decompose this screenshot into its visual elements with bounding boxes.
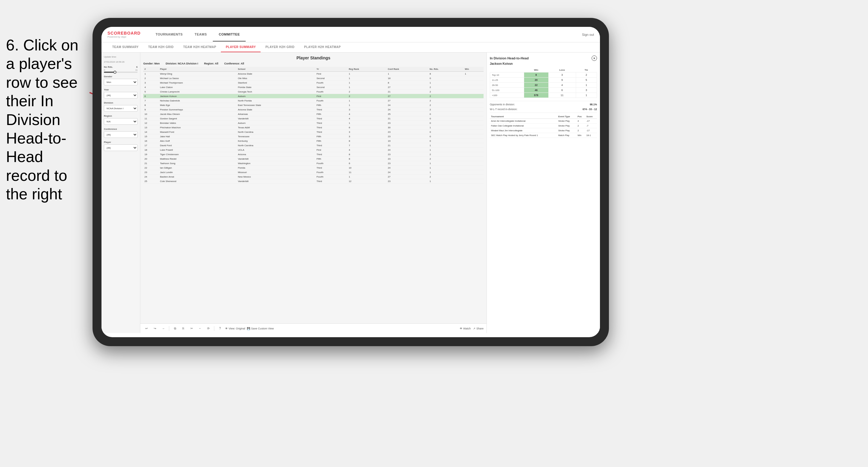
table-row[interactable]: 25Cole SherwoodVanderbiltThird12231 bbox=[143, 179, 484, 184]
table-row[interactable]: 19Tiger ChristensenArizonaThird8232 bbox=[143, 152, 484, 157]
year-section: Year (All) bbox=[104, 88, 137, 98]
h2h-breakdown-table: Win Loss Tie Top 1083211-25209526-502241… bbox=[490, 68, 597, 98]
gender-section: Gender Men bbox=[104, 75, 137, 85]
h2h-player-name: Jackson Koivun bbox=[490, 62, 597, 65]
tournament-header-row: Tournament Event Type Pos Score bbox=[490, 115, 597, 119]
table-row[interactable]: 9Preston SummerhaysArizona StateThird324… bbox=[143, 107, 484, 112]
col-num: # bbox=[143, 67, 159, 72]
region-select[interactable]: N/A bbox=[104, 118, 137, 125]
tourney-col-name: Tournament bbox=[490, 115, 557, 119]
app-header: SCOREBOARD Powered by clippi TOURNAMENTS… bbox=[101, 27, 600, 42]
delete-button[interactable]: − bbox=[197, 325, 203, 332]
table-row[interactable]: 5Christo LamprechtGeorgia TechFourth2212 bbox=[143, 90, 484, 94]
h2h-record-label: W-L-T record in-division: bbox=[490, 108, 517, 111]
table-row[interactable]: 10Jacob Mau OlesenArkansasFifth4250 bbox=[143, 112, 484, 116]
h2h-table-row: >100578111 bbox=[490, 93, 597, 98]
refresh-button[interactable]: ⟳ bbox=[205, 325, 212, 332]
conference-section: Conference (All) bbox=[104, 128, 137, 138]
gender-select[interactable]: Men bbox=[104, 79, 137, 85]
table-row[interactable]: 7Nicholas GabrelcikNorth FloridaFourth12… bbox=[143, 98, 484, 103]
col-player: Player bbox=[159, 67, 237, 72]
undo-button[interactable]: ↩ bbox=[143, 325, 150, 332]
nords-slider[interactable] bbox=[104, 72, 137, 73]
table-row[interactable]: 21Taehoon SongWashingtonFourth6231 bbox=[143, 161, 484, 166]
table-row[interactable]: 8Mats EgeEast Tennessee StateFifth1242 bbox=[143, 103, 484, 107]
table-row[interactable]: 2Michael La SassoOle MissSecond1180 bbox=[143, 76, 484, 81]
h2h-close-button[interactable]: × bbox=[592, 56, 597, 61]
tournament-row: SEC Match Play Hosted by Jerry Pate Roun… bbox=[490, 133, 597, 138]
table-row[interactable]: 17David FordNorth CarolinaThird7211 bbox=[143, 143, 484, 148]
share-button[interactable]: ↗ Share bbox=[473, 327, 484, 330]
table-row[interactable]: 15Jake HallTennesseeFifth3230 bbox=[143, 134, 484, 139]
table-row[interactable]: 11Gordon SargentVanderbiltThird4210 bbox=[143, 116, 484, 121]
redo-button[interactable]: ↪ bbox=[152, 325, 158, 332]
watch-button[interactable]: 👁 Watch bbox=[460, 327, 471, 330]
standings-title: Player Standings bbox=[143, 56, 484, 60]
h2h-table-row: Top 10832 bbox=[490, 72, 597, 77]
h2h-title: In Division Head-to-Head bbox=[490, 56, 529, 60]
bottom-toolbar: ↩ ↪ → ⧉ ⎘ ✂ − ⟳ ? 👁 View: Original bbox=[140, 323, 487, 333]
table-row[interactable]: 20Matthew RiedelVanderbiltFifth8232 bbox=[143, 157, 484, 161]
sub-tab-player-summary[interactable]: PLAYER SUMMARY bbox=[221, 42, 260, 52]
nords-label: No Rds. bbox=[104, 66, 113, 68]
update-time-label: Update time: bbox=[104, 56, 137, 58]
table-row[interactable]: 14Maxwell FordNorth CarolinaThird3230 bbox=[143, 130, 484, 134]
table-row[interactable]: 3Michael ThorbjornsenStanfordFourth181 bbox=[143, 81, 484, 85]
view-original-button[interactable]: 👁 View: Original bbox=[225, 327, 245, 330]
sub-tab-team-h2h-grid[interactable]: TEAM H2H GRID bbox=[143, 42, 178, 52]
player-label: Player bbox=[104, 141, 137, 144]
top-nav: TOURNAMENTS TEAMS COMMITTEE bbox=[150, 28, 582, 41]
tournament-table: Tournament Event Type Pos Score Amer Air… bbox=[490, 115, 597, 138]
col-school: School bbox=[237, 67, 315, 72]
table-row[interactable]: 16Alex GoffKentuckyFifth8190 bbox=[143, 139, 484, 143]
h2h-table-header: Win Loss Tie bbox=[490, 68, 597, 72]
h2h-header: In Division Head-to-Head × bbox=[490, 56, 597, 61]
sub-tab-player-h2h-grid[interactable]: PLAYER H2H GRID bbox=[260, 42, 299, 52]
sub-tab-player-h2h-heatmap[interactable]: PLAYER H2H HEATMAP bbox=[299, 42, 346, 52]
sub-tab-team-summary[interactable]: TEAM SUMMARY bbox=[107, 42, 143, 52]
h2h-record-row: W-L-T record in-division: 674 - 33 - 12 bbox=[490, 108, 597, 111]
division-section: Division NCAA Division I bbox=[104, 101, 137, 112]
cut-button[interactable]: ✂ bbox=[188, 325, 195, 332]
table-row[interactable]: 22Ian GilliganFloridaThird10241 bbox=[143, 166, 484, 170]
instruction-text: 6. Click on a player's row to see their … bbox=[0, 30, 93, 210]
logo-sub: Powered by clippi bbox=[107, 35, 141, 38]
table-row[interactable]: 18Luke PowellUCLAFirst4241 bbox=[143, 148, 484, 152]
table-row[interactable]: 1Wenyi DingArizona StateFirst1181 bbox=[143, 72, 484, 76]
sign-out-button[interactable]: Sign out bbox=[582, 33, 594, 36]
col-win: Win bbox=[464, 67, 484, 72]
help-button[interactable]: ? bbox=[217, 325, 223, 332]
logo-area: SCOREBOARD Powered by clippi bbox=[107, 31, 141, 38]
toolbar-divider-2 bbox=[214, 326, 214, 331]
nords-value: 6 bbox=[136, 66, 137, 68]
table-row[interactable]: 4Luke ClatonFlorida StateSecond1272 bbox=[143, 85, 484, 90]
sub-tab-team-h2h-heatmap[interactable]: TEAM H2H HEATMAP bbox=[179, 42, 221, 52]
year-select[interactable]: (All) bbox=[104, 92, 137, 98]
nav-tab-committee[interactable]: COMMITTEE bbox=[213, 28, 246, 41]
table-header-row: # Player School Yr Reg Rank Conf Rank No… bbox=[143, 67, 484, 72]
logo-text: SCOREBOARD bbox=[107, 31, 141, 35]
h2h-col-tie: Tie bbox=[576, 68, 597, 72]
tournament-row: Amer Air Intercollegiate InvitationalStr… bbox=[490, 119, 597, 124]
conference-label: Conference bbox=[104, 128, 137, 130]
table-row[interactable]: 24Bastien AmatNew MexicoFourth1272 bbox=[143, 175, 484, 179]
table-row[interactable]: 23Jack LundinMissouriFourth11241 bbox=[143, 170, 484, 175]
table-row[interactable]: 12Brendan VallesAuburnThird1230 bbox=[143, 121, 484, 125]
tournament-row: Mirabel Maui Jim IntercollegiateStroke P… bbox=[490, 128, 597, 133]
table-row[interactable]: 6Jackson KoivunAuburnFirst2272 bbox=[143, 94, 484, 98]
nav-tab-teams[interactable]: TEAMS bbox=[189, 28, 213, 41]
copy-button[interactable]: ⧉ bbox=[172, 325, 178, 332]
h2h-col-range bbox=[490, 68, 524, 72]
tournament-row: Fallan Oak Collegiate InvitationalStroke… bbox=[490, 124, 597, 128]
nav-tab-tournaments[interactable]: TOURNAMENTS bbox=[150, 28, 189, 41]
h2h-opponents-value: 98.1% bbox=[590, 103, 597, 106]
region-section: Region N/A bbox=[104, 115, 137, 125]
conference-select[interactable]: (All) bbox=[104, 131, 137, 138]
forward-button[interactable]: → bbox=[160, 325, 166, 332]
paste-button[interactable]: ⎘ bbox=[180, 325, 187, 332]
division-select[interactable]: NCAA Division I bbox=[104, 105, 137, 112]
save-custom-view-button[interactable]: 💾 Save Custom View bbox=[247, 327, 274, 330]
player-select[interactable]: (All) bbox=[104, 145, 137, 151]
table-row[interactable]: 13Phichaksn MaichonTexas A&MThird6301 bbox=[143, 125, 484, 130]
h2h-table-row: 11-252095 bbox=[490, 77, 597, 83]
